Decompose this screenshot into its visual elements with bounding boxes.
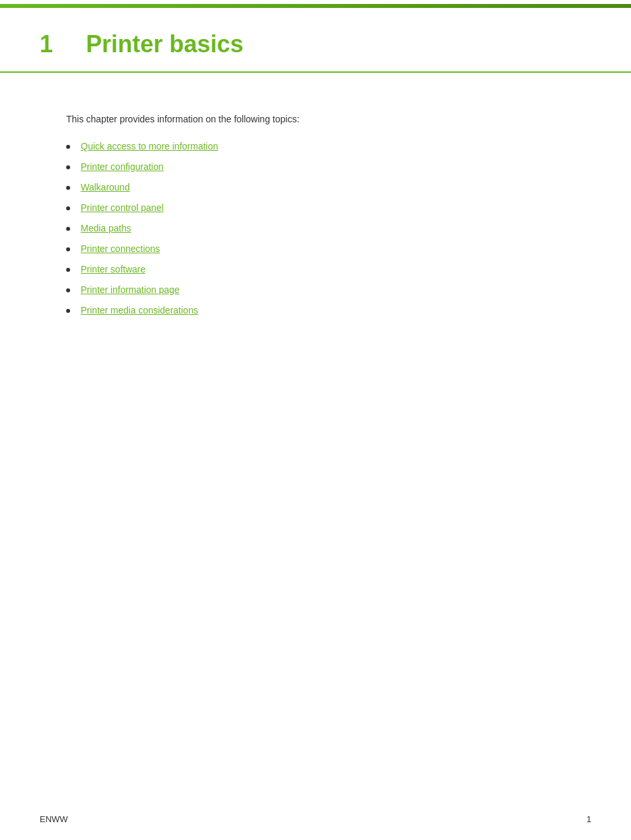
topic-link-6[interactable]: Printer connections (81, 242, 160, 256)
footer: ENWW 1 (0, 814, 631, 824)
topic-link-7[interactable]: Printer software (81, 263, 146, 276)
chapter-number: 1 (40, 30, 66, 58)
list-item: Printer media considerations (66, 304, 565, 317)
list-item: Printer information page (66, 283, 565, 297)
topic-link-8[interactable]: Printer information page (81, 283, 179, 297)
bullet-icon (66, 206, 70, 210)
top-border (0, 4, 631, 8)
bullet-icon (66, 165, 70, 169)
list-item: Printer control panel (66, 201, 565, 215)
content-area: This chapter provides information on the… (0, 73, 631, 364)
footer-left-text: ENWW (40, 814, 68, 824)
list-item: Quick access to more information (66, 140, 565, 153)
bullet-icon (66, 247, 70, 251)
list-item: Media paths (66, 222, 565, 235)
bullet-icon (66, 288, 70, 292)
topic-list: Quick access to more information Printer… (66, 140, 565, 317)
chapter-title: Printer basics (86, 30, 243, 58)
list-item: Printer software (66, 263, 565, 276)
bullet-icon (66, 309, 70, 313)
topic-link-9[interactable]: Printer media considerations (81, 304, 198, 317)
bullet-icon (66, 268, 70, 272)
topic-link-1[interactable]: Quick access to more information (81, 140, 218, 153)
topic-link-4[interactable]: Printer control panel (81, 201, 163, 215)
bullet-icon (66, 145, 70, 149)
page-container: 1 Printer basics This chapter provides i… (0, 4, 631, 840)
topic-link-5[interactable]: Media paths (81, 222, 131, 235)
chapter-header: 1 Printer basics (0, 4, 631, 73)
intro-text: This chapter provides information on the… (66, 112, 565, 126)
list-item: Printer configuration (66, 160, 565, 174)
bullet-icon (66, 227, 70, 231)
bullet-icon (66, 186, 70, 190)
list-item: Walkaround (66, 181, 565, 194)
topic-link-3[interactable]: Walkaround (81, 181, 130, 194)
footer-right-text: 1 (587, 814, 591, 824)
list-item: Printer connections (66, 242, 565, 256)
topic-link-2[interactable]: Printer configuration (81, 160, 163, 174)
